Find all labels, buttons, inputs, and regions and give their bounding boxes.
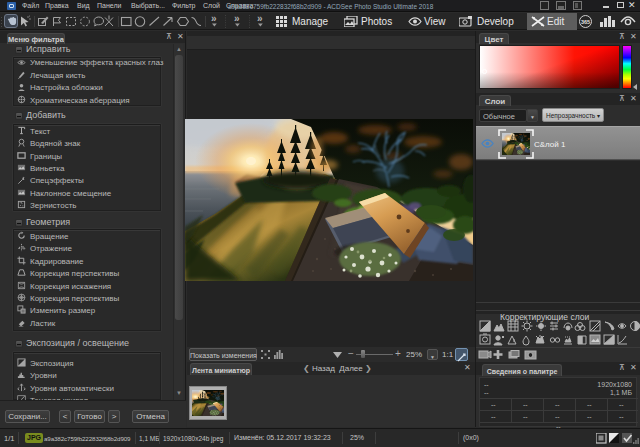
svg-text:»: »	[234, 13, 240, 24]
svg-text:»: »	[211, 13, 217, 24]
svg-text:»: »	[257, 13, 263, 24]
